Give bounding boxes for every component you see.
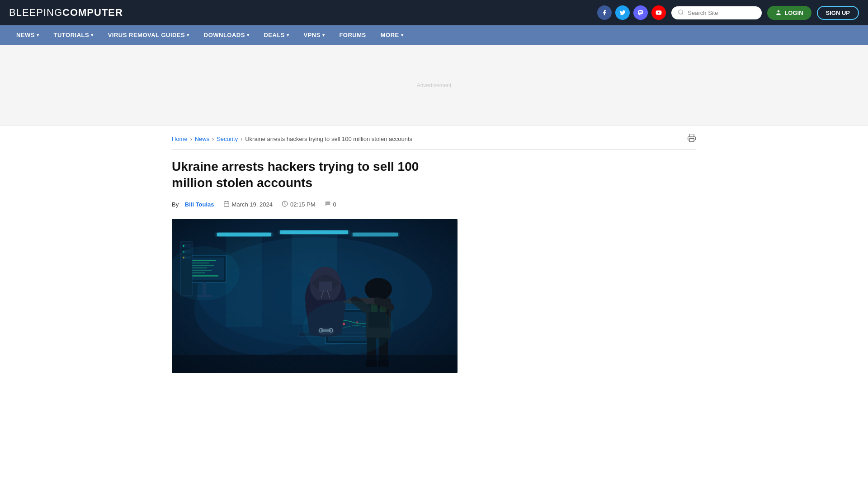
search-icon [678,9,684,17]
search-bar[interactable] [671,6,762,19]
nav-item-tutorials[interactable]: TUTORIALS ▾ [47,25,101,45]
publish-time: 02:15 PM [282,201,316,208]
mastodon-icon[interactable] [633,5,648,20]
nav-item-more[interactable]: MORE ▾ [373,25,411,45]
author-byline: By Bill Toulas [172,201,214,208]
breadcrumb-current: Ukraine arrests hackers trying to sell 1… [245,136,412,142]
svg-point-3 [778,10,780,13]
site-logo[interactable]: BLEEPINGCOMPUTER [9,7,123,19]
chevron-down-icon: ▾ [401,33,404,38]
chevron-down-icon: ▾ [322,33,325,38]
chevron-down-icon: ▾ [247,33,250,38]
calendar-icon [223,201,230,208]
breadcrumb-section: Home › News › Security › Ukraine arrests… [172,126,696,150]
main-nav: NEWS ▾ TUTORIALS ▾ VIRUS REMOVAL GUIDES … [0,25,868,45]
print-button[interactable] [687,133,696,145]
chevron-down-icon: ▾ [37,33,39,38]
chevron-down-icon: ▾ [91,33,94,38]
nav-item-news[interactable]: NEWS ▾ [9,25,47,45]
svg-point-1 [679,9,683,14]
svg-line-2 [682,13,684,14]
article-title: Ukraine arrests hackers trying to sell 1… [172,159,458,192]
site-header: BLEEPINGCOMPUTER LOGIN [0,0,868,25]
author-link[interactable]: Bill Toulas [185,201,214,208]
comment-icon [325,201,331,208]
nav-item-vpns[interactable]: VPNS ▾ [297,25,332,45]
breadcrumb-home[interactable]: Home [172,136,188,142]
svg-rect-5 [224,202,229,206]
social-icons [597,5,666,20]
nav-item-virus-removal[interactable]: VIRUS REMOVAL GUIDES ▾ [101,25,197,45]
article-hero-image [172,219,458,373]
clock-icon [282,201,288,208]
breadcrumb-security[interactable]: Security [217,136,238,142]
youtube-icon[interactable] [651,5,666,20]
search-input[interactable] [688,9,755,16]
advertisement-banner: Advertisement [0,45,868,126]
svg-rect-69 [172,355,458,373]
header-right: LOGIN SIGN UP [597,5,859,20]
signup-button[interactable]: SIGN UP [817,6,859,20]
nav-item-forums[interactable]: FORUMS [332,25,373,45]
article-meta: By Bill Toulas March 19, 2024 02:15 PM [172,201,458,208]
chevron-down-icon: ▾ [187,33,189,38]
publish-date: March 19, 2024 [223,201,273,208]
sidebar [471,159,696,373]
twitter-icon[interactable] [615,5,630,20]
content-layout: Ukraine arrests hackers trying to sell 1… [172,159,696,373]
comment-count[interactable]: 0 [325,201,336,208]
article-body: Ukraine arrests hackers trying to sell 1… [172,159,458,373]
breadcrumb-separator: › [212,136,214,142]
nav-item-downloads[interactable]: DOWNLOADS ▾ [197,25,257,45]
breadcrumb: Home › News › Security › Ukraine arrests… [172,136,412,142]
breadcrumb-separator: › [190,136,192,142]
main-container: Home › News › Security › Ukraine arrests… [163,126,705,373]
article-image-container [172,219,458,373]
facebook-icon[interactable] [597,5,612,20]
breadcrumb-news[interactable]: News [195,136,210,142]
login-button[interactable]: LOGIN [767,6,811,20]
chevron-down-icon: ▾ [287,33,289,38]
nav-item-deals[interactable]: DEALS ▾ [256,25,296,45]
svg-point-68 [303,300,393,355]
breadcrumb-separator: › [241,136,242,142]
svg-rect-4 [689,139,694,142]
